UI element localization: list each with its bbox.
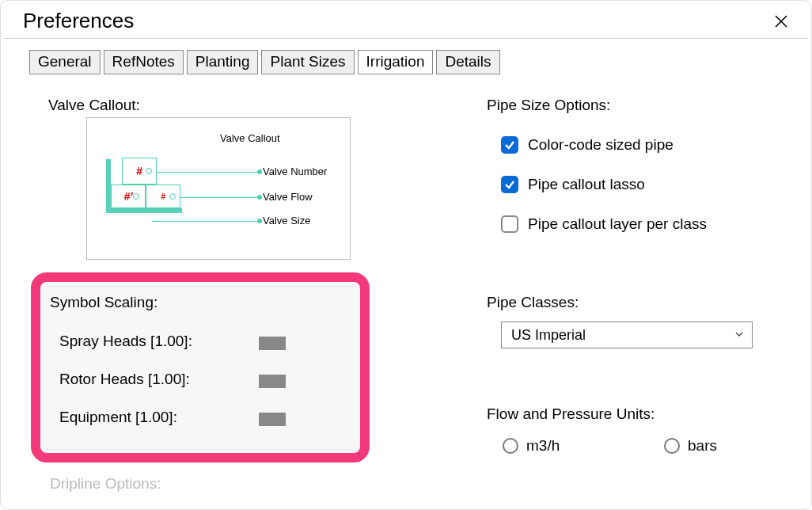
- titlebar: Preferences: [1, 1, 811, 38]
- accent-bar: [106, 159, 111, 211]
- leader-line: [174, 197, 260, 198]
- hash-prime-icon: #': [123, 190, 132, 203]
- valve-callout-preview[interactable]: Valve Callout Valve Number Valve Flow Va…: [86, 117, 351, 260]
- hash-icon: #: [136, 165, 142, 177]
- radio-m3h[interactable]: [503, 438, 518, 454]
- preview-valve-size-label: Valve Size: [263, 215, 310, 226]
- preferences-window: Preferences General RefNotes Planting Pl…: [0, 0, 812, 510]
- preview-box-flow: #': [111, 185, 146, 208]
- checkbox-layer-per-class[interactable]: [501, 215, 518, 233]
- spray-heads-label: Spray Heads [1.00]:: [59, 333, 192, 350]
- radio-flow-row: m3/h: [503, 437, 560, 455]
- tab-general[interactable]: General: [29, 50, 101, 74]
- leader-line: [149, 172, 260, 173]
- close-icon[interactable]: [770, 10, 792, 32]
- dripline-options-label: Dripline Options:: [50, 475, 161, 493]
- select-value: US Imperial: [511, 327, 586, 344]
- window-title: Preferences: [23, 9, 134, 33]
- checkbox-color-code[interactable]: [501, 136, 518, 154]
- radio-label: m3/h: [526, 437, 560, 455]
- equipment-input[interactable]: [259, 413, 286, 426]
- pipe-classes-label: Pipe Classes:: [487, 294, 579, 311]
- tab-details[interactable]: Details: [436, 50, 499, 74]
- checkbox-label: Pipe callout layer per class: [528, 215, 707, 233]
- dot-icon: [257, 195, 262, 200]
- flow-pressure-units-label: Flow and Pressure Units:: [487, 405, 655, 423]
- preview-valve-number-label: Valve Number: [263, 166, 327, 177]
- content-area: Valve Callout: Valve Callout Valve Numbe…: [1, 74, 811, 502]
- radio-label: bars: [688, 437, 717, 455]
- leader-line: [152, 221, 260, 222]
- spray-heads-input[interactable]: [259, 337, 286, 350]
- symbol-scaling-label: Symbol Scaling:: [50, 294, 157, 311]
- dot-icon: [257, 169, 262, 174]
- rotor-heads-input[interactable]: [259, 375, 286, 388]
- pipe-size-options-label: Pipe Size Options:: [487, 97, 610, 114]
- tab-plant-sizes[interactable]: Plant Sizes: [261, 50, 354, 74]
- tab-refnotes[interactable]: RefNotes: [104, 50, 184, 74]
- tab-bar: General RefNotes Planting Plant Sizes Ir…: [1, 39, 811, 74]
- hash-small-icon: #: [161, 192, 165, 201]
- rotor-heads-label: Rotor Heads [1.00]:: [59, 371, 190, 388]
- dot-icon: [257, 219, 262, 223]
- radio-bars[interactable]: [664, 438, 680, 454]
- checkbox-color-code-row: Color-code sized pipe: [501, 136, 674, 154]
- checkbox-layer-per-class-row: Pipe callout layer per class: [501, 215, 707, 233]
- checkbox-label: Pipe callout lasso: [528, 176, 645, 193]
- checkbox-pipe-lasso-row: Pipe callout lasso: [501, 176, 645, 193]
- equipment-label: Equipment [1.00]:: [59, 409, 177, 426]
- checkbox-pipe-lasso[interactable]: [501, 176, 518, 193]
- dot-icon: [146, 168, 152, 174]
- valve-callout-label: Valve Callout:: [48, 97, 140, 114]
- dot-icon: [133, 193, 139, 200]
- pipe-classes-select[interactable]: US Imperial: [501, 322, 753, 348]
- tab-planting[interactable]: Planting: [187, 50, 259, 74]
- tab-irrigation[interactable]: Irrigation: [358, 50, 434, 74]
- dot-icon: [169, 193, 176, 200]
- accent-bar: [106, 208, 182, 213]
- preview-title: Valve Callout: [220, 132, 280, 144]
- radio-pressure-row: bars: [664, 437, 717, 455]
- preview-valve-flow-label: Valve Flow: [263, 191, 313, 203]
- chevron-down-icon: [734, 329, 744, 341]
- checkbox-label: Color-code sized pipe: [528, 136, 674, 154]
